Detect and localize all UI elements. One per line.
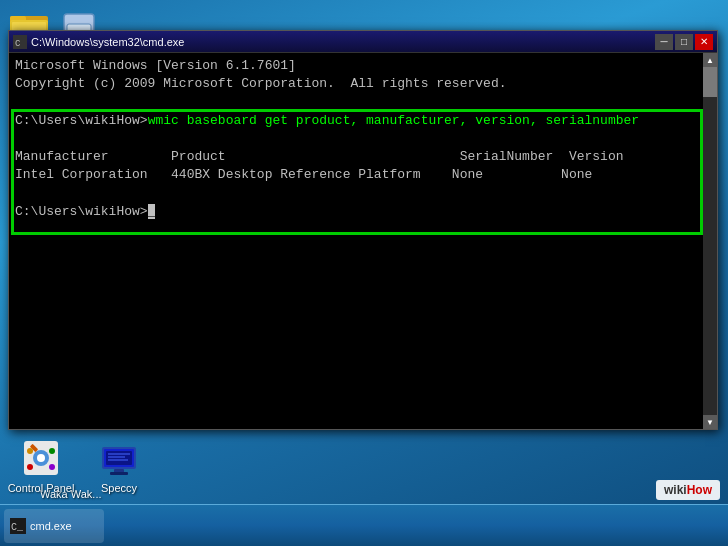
speccy-icon[interactable]: Speccy <box>84 438 154 494</box>
minimize-button[interactable]: ─ <box>655 34 673 50</box>
svg-point-19 <box>49 464 55 470</box>
control-panel-label: Control Panel <box>8 482 75 494</box>
desktop: C C:\Windows\system32\cmd.exe ─ □ ✕ Micr… <box>0 0 728 546</box>
scrollbar-down-button[interactable]: ▼ <box>703 415 717 429</box>
cmd-controls: ─ □ ✕ <box>655 34 713 50</box>
control-panel-image <box>21 438 61 478</box>
scrollbar-thumb[interactable] <box>703 67 717 97</box>
maximize-button[interactable]: □ <box>675 34 693 50</box>
svg-rect-27 <box>110 472 128 475</box>
svg-text:C: C <box>15 39 21 48</box>
scrollbar-track <box>703 67 717 415</box>
scrollbar-up-button[interactable]: ▲ <box>703 53 717 67</box>
bottom-desktop-icons: Control Panel <box>0 432 160 500</box>
cmd-title: C C:\Windows\system32\cmd.exe <box>13 35 184 49</box>
cmd-body: Microsoft Windows [Version 6.1.7601] Cop… <box>9 53 717 429</box>
cmd-output: Microsoft Windows [Version 6.1.7601] Cop… <box>15 57 711 221</box>
speccy-image <box>99 438 139 478</box>
cmd-titlebar: C C:\Windows\system32\cmd.exe ─ □ ✕ <box>9 31 717 53</box>
svg-point-16 <box>27 448 33 454</box>
cmd-window-icon: C <box>13 35 27 49</box>
cmd-title-text: C:\Windows\system32\cmd.exe <box>31 36 184 48</box>
how-text: How <box>687 483 712 497</box>
svg-point-17 <box>49 448 55 454</box>
close-button[interactable]: ✕ <box>695 34 713 50</box>
cmd-window: C C:\Windows\system32\cmd.exe ─ □ ✕ Micr… <box>8 30 718 430</box>
taskbar-cmd-label: cmd.exe <box>30 520 72 532</box>
svg-point-18 <box>27 464 33 470</box>
taskbar: C_ cmd.exe <box>0 504 728 546</box>
wikihow-badge: wikiHow <box>656 480 720 500</box>
svg-point-14 <box>37 454 45 462</box>
taskbar-cmd-item[interactable]: C_ cmd.exe <box>4 509 104 543</box>
bottom-icon-row: Control Panel <box>6 438 154 494</box>
taskbar-cmd-icon: C_ <box>10 518 26 534</box>
wiki-text: wiki <box>664 483 687 497</box>
svg-text:C_: C_ <box>11 522 24 533</box>
cmd-scrollbar[interactable]: ▲ ▼ <box>703 53 717 429</box>
speccy-label: Speccy <box>101 482 137 494</box>
control-panel-icon[interactable]: Control Panel <box>6 438 76 494</box>
svg-rect-22 <box>106 451 132 465</box>
